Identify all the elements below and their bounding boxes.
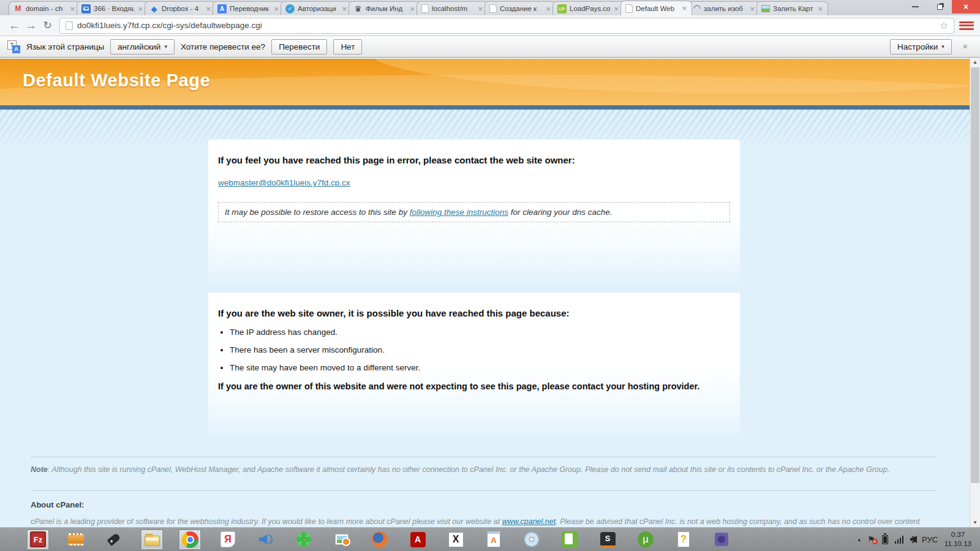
tab-upload-map[interactable]: Залить Карт ×: [756, 1, 828, 15]
page-icon: [489, 4, 497, 13]
tab-label: Создание к: [500, 5, 542, 12]
cpanel-link[interactable]: www.cpanel.net: [502, 517, 556, 526]
battery-icon[interactable]: [882, 535, 888, 544]
page-footer: Note: Although this site is running cPan…: [31, 457, 937, 527]
time: 0:37: [951, 531, 965, 538]
taskbar-notepad-plus-icon[interactable]: [559, 530, 581, 550]
reload-button[interactable]: ↻: [39, 20, 56, 31]
scrollbar[interactable]: ▲ ▼: [970, 58, 980, 527]
tab-label: Фильм Инд: [366, 5, 406, 12]
url-text[interactable]: do0kfi1lueis.y7fd.cp.cx/cgi-sys/defaultw…: [77, 21, 262, 30]
dns-cache-note: It may be possible to restore access to …: [218, 202, 730, 222]
taskbar-movie-maker-icon[interactable]: [65, 530, 87, 550]
taskbar-disc-icon[interactable]: [521, 530, 543, 550]
tab-mail-366[interactable]: 366 · Входящ ×: [77, 1, 148, 15]
taskbar-s-drive-icon[interactable]: S: [597, 530, 619, 550]
close-window-button[interactable]: ×: [952, 0, 980, 13]
taskbar: Fz Я A X A S µ ? ▴ ⚑× РУС 0:37 11.10.13: [0, 527, 980, 551]
screen: { "browser": { "tabs": [ {"label": "doma…: [0, 0, 980, 551]
taskbar-firefox-icon[interactable]: [369, 530, 391, 550]
dns-note-after: for clearing your dns cache.: [508, 208, 612, 217]
list-item: The site may have been moved to a differ…: [230, 363, 730, 372]
taskbar-help-icon[interactable]: ?: [673, 530, 695, 550]
scrollbar-thumb[interactable]: [971, 67, 979, 483]
dns-note-before: It may be possible to restore access to …: [225, 208, 410, 217]
taskbar-chrome-icon[interactable]: [179, 530, 201, 550]
taskbar-tag-app-icon[interactable]: [103, 530, 125, 550]
language-value: английский: [118, 42, 160, 51]
restore-button[interactable]: [927, 0, 952, 13]
page-icon: [625, 4, 633, 13]
tab-close-icon[interactable]: ×: [409, 5, 415, 13]
tab-close-icon[interactable]: ×: [817, 5, 823, 13]
tab-creation[interactable]: Создание к ×: [484, 1, 556, 15]
tab-close-icon[interactable]: ×: [137, 5, 143, 13]
cpanel-note: Note: Although this site is running cPan…: [31, 465, 937, 474]
tab-dropbox[interactable]: Dropbox - 4 ×: [145, 1, 216, 15]
page-icon: [66, 21, 73, 30]
taskbar-icq-icon[interactable]: [293, 530, 315, 550]
taskbar-emulator-icon[interactable]: [710, 530, 733, 550]
tab-close-icon[interactable]: ×: [69, 5, 75, 13]
action-center-flag-icon[interactable]: ⚑×: [867, 534, 875, 544]
minimize-button[interactable]: [903, 0, 927, 13]
tab-loadpays[interactable]: LoadPays.co ×: [552, 1, 624, 15]
tab-close-icon[interactable]: ×: [613, 5, 619, 13]
bookmark-star-icon[interactable]: ☆: [940, 20, 948, 31]
tab-translator[interactable]: Переводчик ×: [213, 1, 284, 15]
tab-default-web-active[interactable]: Default Web ×: [620, 1, 692, 15]
box1-heading: If you feel you have reached this page i…: [218, 155, 730, 165]
close-bar-icon[interactable]: ×: [958, 42, 973, 51]
page-banner: Default Website Page: [0, 59, 970, 105]
tab-label: domain - ch: [26, 5, 66, 12]
taskbar-word-viewer-icon[interactable]: A: [483, 530, 505, 550]
taskbar-filezilla-icon[interactable]: Fz: [27, 530, 49, 550]
taskbar-x-editor-icon[interactable]: X: [445, 530, 467, 550]
tab-close-icon[interactable]: ×: [273, 5, 279, 13]
taskbar-explorer-icon[interactable]: [141, 530, 163, 550]
speaker-icon[interactable]: [910, 536, 915, 543]
tab-label: LoadPays.co: [570, 5, 610, 12]
back-button[interactable]: ←: [6, 20, 23, 31]
tab-close-icon[interactable]: ×: [341, 5, 347, 13]
tab-label: Переводчик: [230, 5, 270, 12]
tab-label: Авторизаци: [298, 5, 338, 12]
tab-close-icon[interactable]: ×: [681, 4, 687, 12]
chrome-menu-icon[interactable]: [959, 19, 974, 32]
gmail-icon: [13, 4, 23, 13]
network-signal-icon[interactable]: [895, 536, 904, 544]
translate-question: Хотите перевести ее?: [181, 42, 265, 51]
address-bar[interactable]: do0kfi1lueis.y7fd.cp.cx/cgi-sys/defaultw…: [59, 18, 954, 34]
tab-localhost[interactable]: localhost/m ×: [417, 1, 488, 15]
scroll-up-icon[interactable]: ▲: [970, 58, 980, 67]
tab-gmail[interactable]: domain - ch ×: [9, 1, 80, 15]
taskbar-utorrent-icon[interactable]: µ: [635, 530, 657, 550]
language-dropdown[interactable]: английский ▾: [110, 39, 175, 54]
tab-close-icon[interactable]: ×: [749, 5, 755, 13]
web-page: Default Website Page If you feel you hav…: [0, 58, 980, 527]
no-button[interactable]: Нет: [333, 39, 362, 54]
tab-close-icon[interactable]: ×: [545, 5, 551, 13]
scroll-down-icon[interactable]: ▼: [970, 518, 980, 527]
taskbar-photo-viewer-icon[interactable]: [331, 530, 353, 550]
webmaster-email-link[interactable]: webmaster@do0kfi1lueis.y7fd.cp.cx: [218, 178, 350, 187]
taskbar-volume-icon[interactable]: [255, 530, 277, 550]
translate-button[interactable]: Перевести: [271, 39, 327, 54]
tab-upload-image[interactable]: залить изоб ×: [688, 1, 760, 15]
language-indicator[interactable]: РУС: [922, 535, 938, 544]
taskbar-adobe-reader-icon[interactable]: A: [407, 530, 429, 550]
error-contact-box: If you feel you have reached this page i…: [208, 140, 740, 283]
tab-authorization[interactable]: Авторизаци ×: [281, 1, 352, 15]
window-controls: ×: [903, 0, 980, 13]
owner-note: If you are the owner of this website and…: [218, 381, 708, 393]
forward-button[interactable]: →: [23, 20, 39, 31]
clock[interactable]: 0:37 11.10.13: [944, 530, 974, 549]
checkmark-icon: [285, 4, 295, 13]
settings-dropdown[interactable]: Настройки ▾: [890, 39, 952, 54]
instructions-link[interactable]: following these instructions: [410, 208, 508, 217]
tab-close-icon[interactable]: ×: [477, 5, 483, 13]
tab-film[interactable]: Фильм Инд ×: [349, 1, 420, 15]
tab-close-icon[interactable]: ×: [205, 5, 211, 13]
tray-chevron-icon[interactable]: ▴: [858, 536, 861, 542]
taskbar-yandex-icon[interactable]: Я: [217, 530, 239, 550]
